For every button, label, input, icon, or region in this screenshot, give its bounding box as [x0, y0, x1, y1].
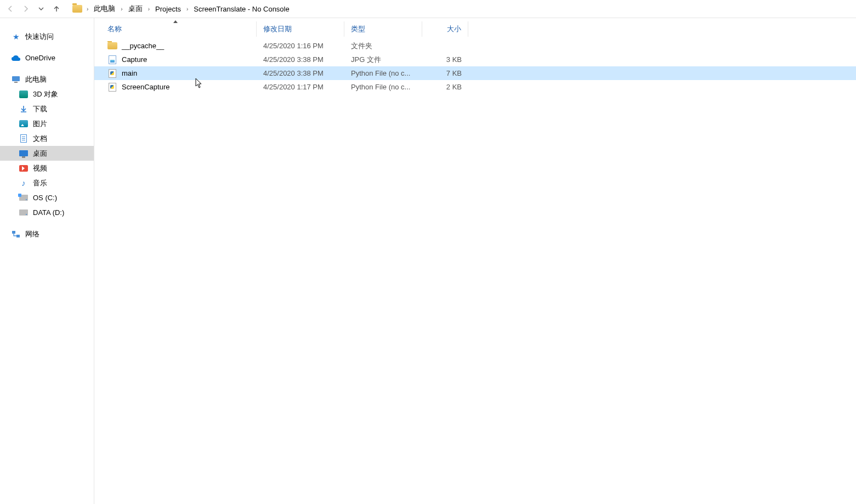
nav-this-pc[interactable]: 此电脑 [0, 72, 94, 87]
nav-drive-c[interactable]: OS (C:) [0, 190, 94, 205]
file-row[interactable]: __pycache__4/25/2020 1:16 PM文件夹 [94, 39, 856, 53]
cube-icon [19, 89, 29, 99]
image-file-icon [107, 55, 117, 65]
nav-documents[interactable]: 文档 [0, 131, 94, 146]
nav-label: 视频 [33, 163, 47, 173]
file-date-cell: 4/25/2020 1:16 PM [257, 42, 344, 50]
drive-icon [19, 208, 29, 218]
pin-icon: ★ [11, 32, 21, 42]
desktop-icon [19, 149, 29, 158]
file-size-cell: 7 KB [422, 69, 468, 77]
file-size-cell: 2 KB [422, 83, 468, 91]
chevron-right-icon[interactable]: › [147, 6, 151, 12]
forward-button[interactable] [20, 3, 32, 15]
file-name-cell: main [94, 69, 257, 78]
nav-3d-objects[interactable]: 3D 对象 [0, 87, 94, 101]
breadcrumb-segment[interactable]: Projects [154, 3, 182, 15]
nav-pictures[interactable]: 图片 [0, 116, 94, 131]
file-row[interactable]: ScreenCapture4/25/2020 1:17 PMPython Fil… [94, 80, 856, 94]
file-type-cell: Python File (no c... [344, 69, 422, 77]
file-row[interactable]: main4/25/2020 3:38 PMPython File (no c..… [94, 66, 856, 80]
column-label: 修改日期 [263, 24, 292, 34]
column-label: 类型 [351, 24, 365, 34]
column-label: 大小 [447, 24, 461, 34]
nav-label: 快速访问 [25, 32, 54, 42]
nav-label: 网络 [25, 229, 39, 239]
file-name-cell: ScreenCapture [94, 82, 257, 92]
chevron-right-icon[interactable]: › [185, 6, 189, 12]
breadcrumb-segment[interactable]: 此电脑 [93, 2, 116, 16]
up-button[interactable] [50, 3, 63, 15]
svg-rect-1 [14, 82, 18, 83]
column-date[interactable]: 修改日期 [257, 21, 344, 37]
nav-label: 3D 对象 [33, 89, 58, 99]
download-icon [19, 104, 29, 114]
nav-quick-access[interactable]: ★ 快速访问 [0, 29, 94, 44]
pc-icon [11, 75, 21, 84]
breadcrumb-segment[interactable]: ScreenTranslate - No Console [192, 3, 290, 15]
svg-rect-3 [16, 235, 20, 237]
column-name[interactable]: 名称 [94, 21, 257, 37]
nav-label: OneDrive [25, 54, 55, 62]
chevron-right-icon[interactable]: › [120, 6, 123, 12]
file-name: __pycache__ [122, 42, 164, 50]
nav-label: 桌面 [33, 149, 47, 158]
nav-downloads[interactable]: 下载 [0, 101, 94, 116]
breadcrumb[interactable]: › 此电脑 › 桌面 › Projects › ScreenTranslate … [72, 2, 291, 16]
python-file-icon [107, 69, 117, 78]
svg-rect-2 [12, 231, 15, 234]
video-icon [19, 163, 29, 173]
nav-label: 文档 [33, 134, 47, 144]
address-bar: › 此电脑 › 桌面 › Projects › ScreenTranslate … [0, 0, 856, 18]
column-headers: 名称 修改日期 类型 大小 [94, 21, 856, 37]
nav-network[interactable]: 网络 [0, 226, 94, 241]
nav-onedrive[interactable]: OneDrive [0, 50, 94, 65]
column-type[interactable]: 类型 [344, 21, 422, 37]
nav-label: 音乐 [33, 178, 47, 188]
folder-icon [107, 41, 117, 51]
file-name: Capture [122, 55, 147, 64]
file-list-pane: 名称 修改日期 类型 大小 __pycache__4/25/2020 1:16 … [94, 18, 856, 504]
drive-icon [19, 193, 29, 203]
file-rows: __pycache__4/25/2020 1:16 PM文件夹Capture4/… [94, 37, 856, 94]
file-date-cell: 4/25/2020 1:17 PM [257, 83, 344, 91]
column-label: 名称 [107, 24, 122, 34]
document-icon [19, 134, 29, 144]
nav-videos[interactable]: 视频 [0, 161, 94, 175]
file-name: ScreenCapture [122, 83, 169, 91]
file-type-cell: Python File (no c... [344, 83, 422, 91]
python-file-icon [107, 82, 117, 92]
nav-desktop[interactable]: 桌面 [0, 146, 94, 161]
music-icon: ♪ [19, 178, 29, 188]
file-row[interactable]: Capture4/25/2020 3:38 PMJPG 文件3 KB [94, 53, 856, 66]
file-type-cell: JPG 文件 [344, 55, 422, 65]
nav-music[interactable]: ♪ 音乐 [0, 175, 94, 190]
chevron-right-icon[interactable]: › [86, 6, 89, 12]
file-size-cell: 3 KB [422, 55, 468, 64]
nav-label: 此电脑 [25, 75, 47, 84]
sort-ascending-icon [173, 20, 178, 23]
file-date-cell: 4/25/2020 3:38 PM [257, 69, 344, 77]
file-date-cell: 4/25/2020 3:38 PM [257, 55, 344, 64]
nav-label: 图片 [33, 119, 47, 129]
breadcrumb-segment[interactable]: 桌面 [127, 2, 144, 16]
file-name-cell: __pycache__ [94, 41, 257, 51]
file-type-cell: 文件夹 [344, 41, 422, 51]
picture-icon [19, 119, 29, 129]
file-name-cell: Capture [94, 55, 257, 65]
recent-dropdown-button[interactable] [35, 3, 47, 15]
nav-label: 下载 [33, 104, 47, 114]
file-name: main [122, 69, 137, 77]
nav-label: DATA (D:) [33, 208, 64, 217]
navigation-pane: ★ 快速访问 OneDrive 此电脑 3D 对象 [0, 18, 94, 504]
nav-drive-d[interactable]: DATA (D:) [0, 205, 94, 220]
back-button[interactable] [4, 3, 16, 15]
network-icon [11, 229, 21, 239]
svg-rect-0 [12, 76, 20, 81]
column-size[interactable]: 大小 [422, 21, 468, 37]
cloud-icon [11, 53, 21, 63]
folder-icon [72, 5, 82, 13]
nav-label: OS (C:) [33, 194, 57, 202]
